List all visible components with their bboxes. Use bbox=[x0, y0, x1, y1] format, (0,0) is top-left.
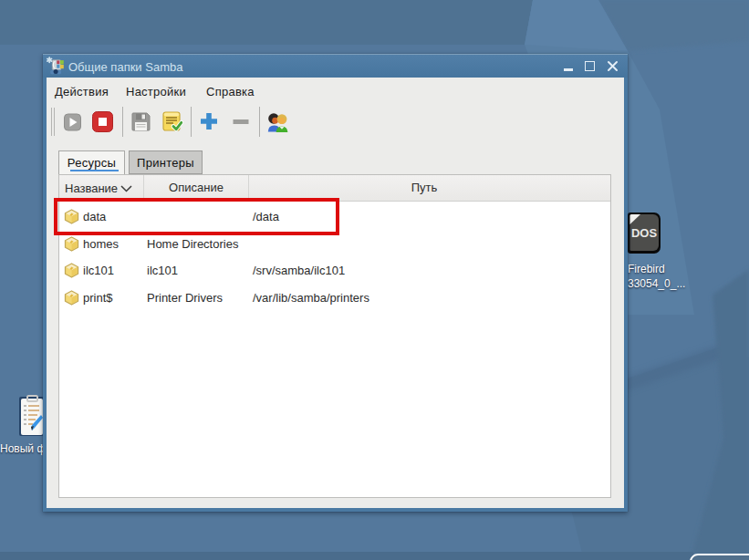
svg-text:DOS: DOS bbox=[631, 226, 658, 240]
